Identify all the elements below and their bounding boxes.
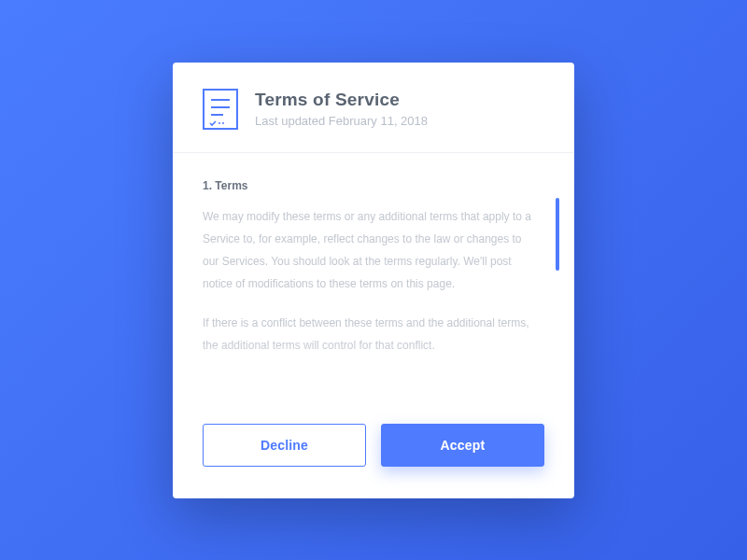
modal-header: Terms of Service Last updated February 1… <box>173 63 574 153</box>
terms-content[interactable]: 1. Terms We may modify these terms or an… <box>203 179 541 405</box>
modal-title: Terms of Service <box>255 90 544 110</box>
header-text: Terms of Service Last updated February 1… <box>255 90 544 128</box>
modal-subtitle: Last updated February 11, 2018 <box>255 114 544 128</box>
terms-paragraph: If there is a conflict between these ter… <box>203 312 541 357</box>
section-heading: 1. Terms <box>203 179 541 192</box>
terms-paragraph: We may modify these terms or any additio… <box>203 205 541 295</box>
accept-button[interactable]: Accept <box>381 424 544 467</box>
document-icon <box>203 89 238 130</box>
decline-button[interactable]: Decline <box>203 424 366 467</box>
modal-footer: Decline Accept <box>173 414 574 498</box>
terms-modal: Terms of Service Last updated February 1… <box>173 63 574 498</box>
scrollbar-thumb[interactable] <box>556 198 559 271</box>
content-area: 1. Terms We may modify these terms or an… <box>173 153 574 414</box>
